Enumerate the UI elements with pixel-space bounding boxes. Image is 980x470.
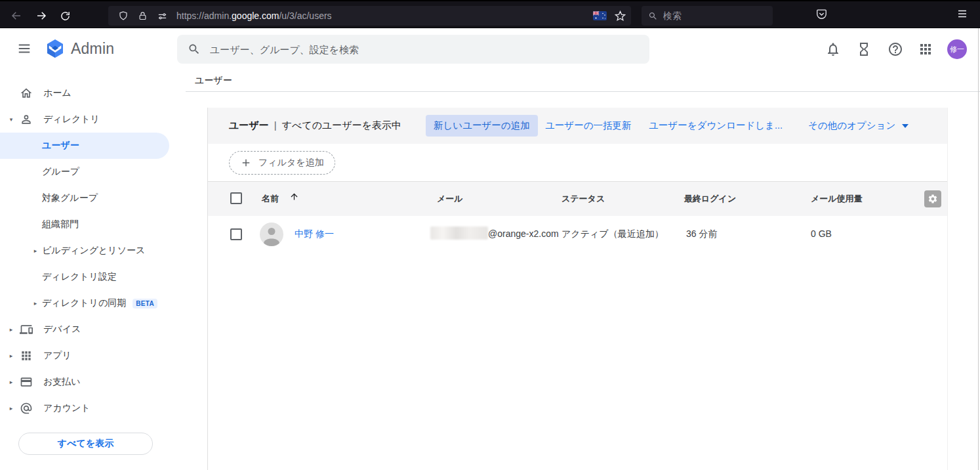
back-arrow-icon (10, 10, 22, 22)
row-checkbox[interactable] (230, 228, 242, 240)
user-name-link[interactable]: 中野 修一 (295, 228, 334, 240)
sidebar-item-directory[interactable]: ▾ ディレクトリ (0, 106, 186, 133)
google-apps-button[interactable] (918, 41, 933, 57)
sidebar-item-billing[interactable]: ▸ お支払い (0, 369, 186, 395)
help-button[interactable] (888, 41, 903, 57)
admin-search-input[interactable] (210, 44, 617, 55)
sidebar-item-users[interactable]: ユーザー (0, 133, 169, 159)
shield-icon[interactable] (118, 11, 129, 21)
pending-tasks-button[interactable] (856, 41, 872, 57)
bulk-update-users-button[interactable]: ユーザーの一括更新 (545, 108, 632, 144)
person-icon (20, 113, 33, 126)
account-avatar[interactable]: 修一 (947, 39, 967, 59)
forward-arrow-icon (35, 10, 47, 22)
person-silhouette-icon (260, 223, 283, 246)
user-email-domain: @orange-x2.com (488, 228, 559, 239)
column-settings-button[interactable] (924, 190, 941, 207)
sidebar-item-label: ビルディングとリソース (42, 245, 145, 257)
sidebar-item-home[interactable]: ホーム (0, 80, 186, 106)
chevron-right-icon[interactable]: ▸ (7, 379, 16, 385)
apps-grid-icon (20, 349, 33, 362)
sidebar-item-directory-sync[interactable]: ▸ ディレクトリの同期 BETA (0, 290, 186, 316)
sidebar-item-label: ユーザー (42, 140, 79, 152)
reload-icon (60, 11, 71, 22)
url-path: /u/3/ac/users (279, 11, 331, 21)
more-options-button[interactable]: その他のオプション (808, 108, 909, 144)
download-users-label: ユーザーをダウンロードしま... (649, 119, 783, 132)
admin-logo[interactable]: Admin (45, 38, 114, 59)
sidebar-item-groups[interactable]: グループ (0, 159, 186, 185)
url-domain: google.com (232, 11, 279, 21)
permissions-icon[interactable] (157, 11, 168, 22)
browser-search-input[interactable] (663, 11, 755, 21)
chevron-right-icon[interactable]: ▸ (7, 352, 16, 359)
download-users-button[interactable]: ユーザーをダウンロードしま... (649, 108, 783, 144)
table-header: 名前 メール ステータス 最終ログイン メール使用量 (208, 182, 947, 216)
sidebar-item-org-units[interactable]: 組織部門 (0, 211, 186, 238)
column-header-mail-usage[interactable]: メール使用量 (811, 193, 863, 205)
hamburger-icon (17, 41, 31, 56)
main-menu-button[interactable] (17, 41, 31, 58)
screen: https://admin.google.com/u/3/ac/users (0, 0, 980, 470)
browser-search-box[interactable] (642, 6, 773, 26)
beta-badge: BETA (133, 299, 157, 309)
chevron-down-icon[interactable]: ▾ (7, 116, 16, 123)
panel-title-primary: ユーザー (229, 119, 269, 131)
add-user-button[interactable]: 新しいユーザーの追加 (426, 115, 538, 137)
plus-icon (240, 157, 252, 169)
sidebar-item-label: アプリ (43, 350, 71, 362)
lock-icon[interactable] (138, 11, 148, 21)
sidebar-item-devices[interactable]: ▸ デバイス (0, 316, 186, 343)
add-filter-label: フィルタを追加 (258, 157, 324, 169)
scrollbar-edge[interactable] (978, 28, 979, 470)
help-icon (888, 41, 903, 57)
column-header-name[interactable]: 名前 (262, 193, 279, 205)
sidebar: ホーム ▾ ディレクトリ ユーザー グループ 対象グループ 組織部門 ▸ ビルデ… (0, 80, 186, 470)
sidebar-item-label: アカウント (43, 402, 91, 414)
app-header: Admin 修一 (0, 28, 980, 69)
chevron-right-icon[interactable]: ▸ (31, 247, 39, 254)
add-user-label: 新しいユーザーの追加 (434, 119, 530, 132)
user-avatar (260, 223, 283, 246)
table-row[interactable]: 中野 修一 @orange-x2.com アクティブ（最近追加） 36 分前 0… (208, 216, 947, 253)
column-header-status[interactable]: ステータス (561, 193, 605, 205)
sort-ascending-icon[interactable] (289, 192, 300, 202)
sidebar-item-label: ディレクトリの同期 (42, 297, 126, 309)
url-text: https://admin.google.com/u/3/ac/users (176, 11, 593, 21)
home-icon (20, 87, 33, 100)
sidebar-item-directory-settings[interactable]: ディレクトリ設定 (0, 264, 186, 290)
notifications-button[interactable] (825, 41, 841, 57)
user-mail-usage: 0 GB (811, 228, 832, 239)
bulk-update-label: ユーザーの一括更新 (545, 119, 632, 132)
product-name: Admin (71, 40, 114, 58)
pocket-icon[interactable] (815, 8, 828, 23)
forward-button[interactable] (31, 6, 51, 26)
chevron-right-icon[interactable]: ▸ (31, 300, 39, 307)
bookmark-star-icon[interactable] (615, 11, 626, 22)
browser-menu-button[interactable] (956, 8, 968, 22)
admin-hexagon-icon (45, 38, 66, 59)
back-button[interactable] (7, 6, 26, 26)
sidebar-item-apps[interactable]: ▸ アプリ (0, 343, 186, 369)
admin-search-bar[interactable] (177, 35, 649, 64)
dropdown-caret-icon (902, 124, 909, 128)
sidebar-item-account[interactable]: ▸ アカウント (0, 395, 186, 421)
url-bar[interactable]: https://admin.google.com/u/3/ac/users (108, 6, 631, 26)
user-last-login: 36 分前 (686, 228, 717, 240)
avatar-initials: 修一 (950, 45, 964, 54)
redacted-email-local-part (430, 226, 488, 240)
sidebar-item-buildings-resources[interactable]: ▸ ビルディングとリソース (0, 238, 186, 264)
reload-button[interactable] (55, 6, 75, 26)
add-filter-chip[interactable]: フィルタを追加 (229, 151, 335, 175)
show-all-button[interactable]: すべてを表示 (18, 433, 153, 455)
sidebar-item-label: ディレクトリ (43, 114, 100, 125)
select-all-checkbox[interactable] (230, 192, 242, 204)
flag-icon[interactable] (593, 11, 607, 20)
column-header-email[interactable]: メール (437, 193, 463, 205)
chevron-right-icon[interactable]: ▸ (7, 405, 16, 412)
chevron-right-icon[interactable]: ▸ (7, 326, 16, 333)
gear-icon (928, 194, 938, 204)
users-toolbar: ユーザー|すべてのユーザーを表示中 新しいユーザーの追加 ユーザーの一括更新 ユ… (208, 108, 947, 144)
column-header-last-login[interactable]: 最終ログイン (684, 193, 736, 205)
sidebar-item-target-groups[interactable]: 対象グループ (0, 185, 186, 211)
